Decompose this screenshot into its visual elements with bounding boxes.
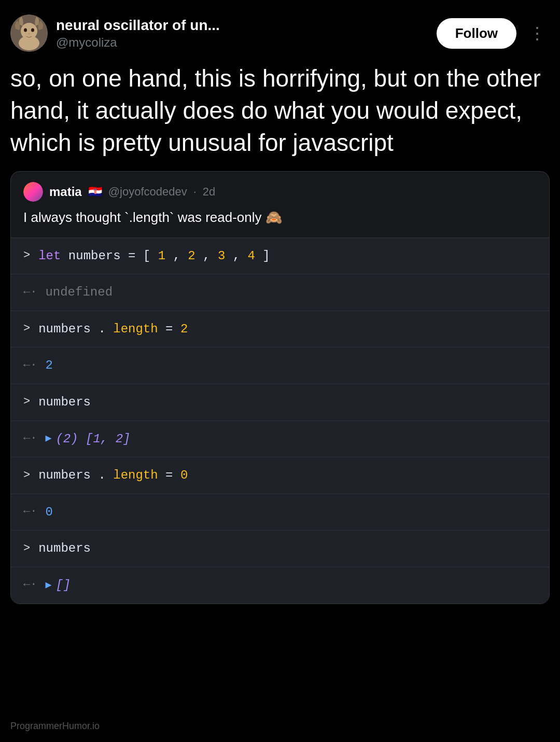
quoted-author-handle: @joyofcodedev [108,185,187,199]
quoted-time: · [193,185,197,199]
quoted-tweet-header: matia 🇭🇷 @joyofcodedev · 2d [11,172,549,208]
prompt-3: > [23,321,30,337]
svg-point-5 [28,33,30,35]
code-row-7: > numbers . length = 0 [11,457,549,494]
code-row-8: ←· 0 [11,494,549,531]
code-row-6: ←· ▶ (2) [1, 2] [11,421,549,458]
triangle-icon-2: ▶ [45,578,51,593]
return-prompt-10: ←· [23,577,37,593]
output-0: 0 [45,503,52,521]
code-row-3: > numbers . length = 2 [11,311,549,348]
code-row-2: ←· undefined [11,274,549,311]
output-undefined: undefined [45,284,113,301]
code-row-5: > numbers [11,384,549,421]
return-prompt-8: ←· [23,504,37,520]
code-line-3: numbers . length = 2 [38,320,188,338]
tweet-header: neural oscillator of un... @mycoliza Fol… [10,15,550,52]
prompt-5: > [23,394,30,410]
username: @mycoliza [56,35,428,50]
svg-point-2 [19,36,39,50]
user-info: neural oscillator of un... @mycoliza [56,17,428,50]
display-name: neural oscillator of un... [56,17,428,34]
code-row-10: ←· ▶ [] [11,567,549,604]
quoted-author-name: matia [49,185,82,199]
follow-button[interactable]: Follow [437,18,516,49]
quoted-timestamp: 2d [203,185,215,199]
code-line-5: numbers [38,394,91,411]
svg-point-3 [24,29,27,32]
avatar[interactable] [10,15,48,52]
tweet-text: so, on one hand, this is horrifying, but… [10,62,550,159]
output-array-empty: [] [55,577,71,594]
return-prompt-6: ←· [23,431,37,447]
more-options-icon[interactable]: ⋮ [525,19,550,47]
output-array-1: (2) [1, 2] [55,430,130,448]
code-line-9: numbers [38,540,91,557]
svg-point-4 [31,29,34,32]
prompt-9: > [23,541,30,557]
code-row-1: > let numbers = [ 1 , 2 , 3 , 4 ] [11,238,549,275]
quoted-avatar [23,182,43,202]
code-line-1: let numbers = [ 1 , 2 , 3 , 4 ] [38,247,270,265]
prompt-7: > [23,468,30,484]
output-2: 2 [45,357,52,374]
triangle-icon-1: ▶ [45,431,51,446]
return-prompt-4: ←· [23,358,37,374]
code-line-7: numbers . length = 0 [38,467,188,484]
return-prompt-2: ←· [23,285,37,301]
quoted-tweet: matia 🇭🇷 @joyofcodedev · 2d I always tho… [10,171,550,604]
flag-emoji: 🇭🇷 [88,185,102,199]
code-row-9: > numbers [11,530,549,567]
code-block: > let numbers = [ 1 , 2 , 3 , 4 ] ←· und… [11,237,549,604]
prompt-1: > [23,248,30,264]
quoted-tweet-text: I always thought `.length` was read-only… [11,208,549,237]
watermark: ProgrammerHumor.io [10,712,550,732]
code-row-4: ←· 2 [11,347,549,384]
gradient-avatar-circle [23,182,43,202]
